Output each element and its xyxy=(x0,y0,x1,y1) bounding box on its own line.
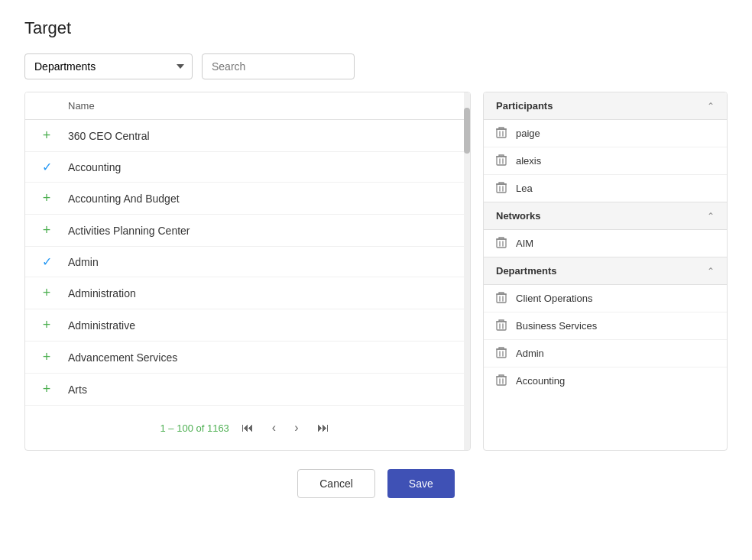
svg-rect-4 xyxy=(497,294,506,303)
prev-page-button[interactable]: ‹ xyxy=(266,418,282,438)
item-label: AIM xyxy=(516,238,533,249)
next-page-button[interactable]: › xyxy=(288,418,304,438)
table-row[interactable]: +Arts xyxy=(25,374,470,406)
row-name: Administrative xyxy=(68,319,135,332)
svg-rect-3 xyxy=(497,239,506,248)
table-row[interactable]: ✓Accounting xyxy=(25,152,470,183)
svg-rect-7 xyxy=(497,377,506,385)
svg-rect-2 xyxy=(497,184,506,193)
row-name: Arts xyxy=(68,384,87,396)
svg-rect-6 xyxy=(497,349,506,358)
item-label: Accounting xyxy=(516,375,565,387)
scrollbar-thumb xyxy=(464,108,470,154)
delete-item-button[interactable] xyxy=(496,374,507,388)
svg-rect-0 xyxy=(497,129,506,138)
list-item: Lea xyxy=(484,175,727,202)
table-row[interactable]: +360 CEO Central xyxy=(25,120,470,152)
plus-icon: + xyxy=(43,190,51,206)
svg-rect-5 xyxy=(497,322,506,330)
check-icon: ✓ xyxy=(42,160,52,174)
participants-body: paige alexis Lea xyxy=(484,120,727,202)
row-name: 360 CEO Central xyxy=(68,130,150,142)
save-button[interactable]: Save xyxy=(387,469,455,498)
row-name: Activities Planning Center xyxy=(68,225,190,237)
svg-rect-1 xyxy=(497,157,506,165)
right-panel: Participants ⌃ paige alexis Lea Networks… xyxy=(483,92,728,451)
row-name: Accounting And Budget xyxy=(68,193,180,205)
plus-icon: + xyxy=(43,285,51,301)
main-area: Name +360 CEO Central✓Accounting+Account… xyxy=(24,92,728,451)
name-column-header: Name xyxy=(68,100,95,112)
table-row[interactable]: +Activities Planning Center xyxy=(25,215,470,247)
plus-icon: + xyxy=(43,381,51,397)
table-body: +360 CEO Central✓Accounting+Accounting A… xyxy=(25,120,470,406)
item-label: Client Operations xyxy=(516,293,592,304)
table-row[interactable]: +Administrative xyxy=(25,309,470,342)
table-row[interactable]: +Administration xyxy=(25,277,470,309)
list-item: alexis xyxy=(484,147,727,175)
first-page-button[interactable]: ⏮ xyxy=(235,418,260,438)
cancel-button[interactable]: Cancel xyxy=(297,469,375,498)
networks-title: Networks xyxy=(496,210,541,222)
table-row[interactable]: +Accounting And Budget xyxy=(25,183,470,215)
participants-section-header: Participants ⌃ xyxy=(484,92,727,120)
item-label: Lea xyxy=(516,183,533,194)
networks-section-header: Networks ⌃ xyxy=(484,202,727,230)
item-label: Business Services xyxy=(516,320,597,332)
table-header: Name xyxy=(25,92,470,120)
delete-item-button[interactable] xyxy=(496,291,507,306)
plus-icon: + xyxy=(43,349,51,365)
list-item: Client Operations xyxy=(484,285,727,312)
left-panel: Name +360 CEO Central✓Accounting+Account… xyxy=(24,92,471,451)
pagination-row: 1 – 100 of 1163 ⏮ ‹ › ⏭ xyxy=(25,406,470,450)
page-container: Target DepartmentsNetworksParticipants N… xyxy=(0,0,752,560)
table-row[interactable]: +Advancement Services xyxy=(25,342,470,374)
networks-collapse-icon[interactable]: ⌃ xyxy=(707,211,715,222)
departments-body: Client Operations Business Services Admi… xyxy=(484,285,727,394)
delete-item-button[interactable] xyxy=(496,319,507,333)
row-name: Accounting xyxy=(68,161,121,173)
plus-icon: + xyxy=(43,317,51,333)
delete-item-button[interactable] xyxy=(496,181,507,196)
list-item: paige xyxy=(484,120,727,147)
list-item: AIM xyxy=(484,230,727,257)
plus-icon: + xyxy=(43,128,51,144)
row-name: Advancement Services xyxy=(68,351,177,364)
plus-icon: + xyxy=(43,222,51,238)
participants-title: Participants xyxy=(496,100,553,112)
departments-section-header: Departments ⌃ xyxy=(484,257,727,285)
delete-item-button[interactable] xyxy=(496,126,507,141)
list-item: Accounting xyxy=(484,367,727,394)
page-title: Target xyxy=(24,18,728,38)
item-label: paige xyxy=(516,128,540,139)
list-item: Admin xyxy=(484,340,727,367)
delete-item-button[interactable] xyxy=(496,154,507,168)
check-icon: ✓ xyxy=(42,254,52,269)
last-page-button[interactable]: ⏭ xyxy=(311,418,335,438)
search-input[interactable] xyxy=(202,53,355,79)
departments-title: Departments xyxy=(496,265,556,277)
table-row[interactable]: ✓Admin xyxy=(25,247,470,277)
scrollbar-track xyxy=(464,92,470,450)
networks-body: AIM xyxy=(484,230,727,257)
row-name: Administration xyxy=(68,287,136,299)
delete-item-button[interactable] xyxy=(496,236,507,251)
list-item: Business Services xyxy=(484,312,727,340)
category-dropdown[interactable]: DepartmentsNetworksParticipants xyxy=(24,53,193,79)
footer-buttons: Cancel Save xyxy=(24,451,728,516)
departments-collapse-icon[interactable]: ⌃ xyxy=(707,266,715,277)
item-label: Admin xyxy=(516,348,544,359)
participants-collapse-icon[interactable]: ⌃ xyxy=(707,101,715,112)
pagination-info: 1 – 100 of 1163 xyxy=(160,422,229,434)
top-controls: DepartmentsNetworksParticipants xyxy=(24,53,728,79)
delete-item-button[interactable] xyxy=(496,346,507,361)
item-label: alexis xyxy=(516,155,541,167)
row-name: Admin xyxy=(68,256,99,268)
